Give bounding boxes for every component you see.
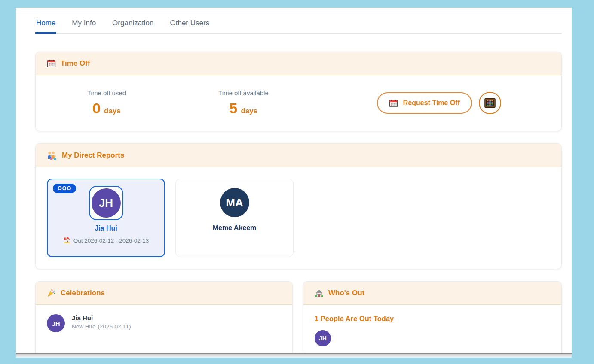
- abacus-icon: [484, 97, 496, 109]
- family-icon: [47, 151, 57, 160]
- direct-reports-header: My Direct Reports: [36, 144, 561, 167]
- report-name: Meme Akeem: [176, 224, 293, 232]
- bottom-row: Celebrations JH Jia Hui New Hire(2026-02…: [35, 281, 562, 353]
- calendar-icon: [47, 59, 56, 68]
- calendar-icon: [389, 99, 398, 108]
- report-name: Jia Hui: [48, 224, 164, 232]
- direct-reports-body: OOO JH Jia Hui: [36, 167, 561, 269]
- celebrations-title: Celebrations: [61, 289, 105, 297]
- whos-out-avatars: JH: [315, 330, 550, 346]
- whos-out-card: Who's Out 1 People Are Out Today JH: [303, 281, 562, 353]
- time-off-used-value: 0days: [87, 100, 126, 117]
- tab-home[interactable]: Home: [35, 17, 56, 34]
- direct-reports-card: My Direct Reports OOO JH Jia Hui: [35, 143, 562, 269]
- time-off-balance-button[interactable]: [479, 92, 501, 114]
- time-off-used-label: Time off used: [87, 89, 126, 97]
- avatar: MA: [220, 188, 249, 217]
- report-card-jia-hui[interactable]: OOO JH Jia Hui: [47, 179, 165, 257]
- tab-my-info[interactable]: My Info: [71, 17, 97, 33]
- whos-out-header: Who's Out: [303, 282, 561, 305]
- whos-out-title: Who's Out: [328, 289, 364, 297]
- party-popper-icon: [47, 288, 56, 297]
- time-off-header: Time Off: [36, 52, 561, 75]
- calendar-icon: [47, 59, 56, 68]
- avatar: JH: [47, 314, 65, 332]
- top-nav-tabs: Home My Info Organization Other Users: [35, 8, 562, 34]
- report-status: Out 2026-02-12 - 2026-02-13: [48, 237, 164, 245]
- whos-out-headline: 1 People Are Out Today: [315, 315, 550, 323]
- time-off-available-stat: Time off available 5days: [218, 89, 269, 117]
- horizontal-scrollbar[interactable]: [16, 353, 572, 358]
- time-off-available-value: 5days: [218, 100, 269, 117]
- avatar-frame: MA: [217, 185, 252, 220]
- whos-out-body: 1 People Are Out Today JH: [303, 305, 561, 353]
- celebrations-header: Celebrations: [36, 282, 292, 305]
- avatar: JH: [92, 188, 121, 218]
- time-off-used-stat: Time off used 0days: [87, 89, 126, 117]
- time-off-actions: Request Time Off: [377, 92, 501, 114]
- time-off-body: Time off used 0days Time off available 5…: [36, 75, 561, 131]
- time-off-available-label: Time off available: [218, 89, 269, 97]
- time-off-card: Time Off Time off used 0days Time off av…: [35, 52, 562, 131]
- calendar-icon: [389, 99, 398, 108]
- avatar[interactable]: JH: [315, 330, 331, 346]
- celebration-item: JH Jia Hui New Hire(2026-02-11): [36, 305, 292, 342]
- tab-other-users[interactable]: Other Users: [169, 17, 211, 33]
- main-content-panel: Home My Info Organization Other Users Ti…: [16, 8, 572, 358]
- abacus-icon: [484, 97, 496, 109]
- time-off-title: Time Off: [61, 59, 90, 68]
- avatar-frame: JH: [89, 186, 123, 220]
- celebration-detail: New Hire(2026-02-11): [72, 323, 131, 330]
- request-time-off-button[interactable]: Request Time Off: [377, 92, 472, 114]
- celebration-text: Jia Hui New Hire(2026-02-11): [72, 314, 131, 330]
- report-card-meme-akeem[interactable]: MA Meme Akeem: [175, 179, 294, 257]
- direct-reports-title: My Direct Reports: [62, 151, 124, 160]
- celebrations-card: Celebrations JH Jia Hui New Hire(2026-02…: [35, 281, 293, 353]
- celebration-name: Jia Hui: [72, 314, 131, 322]
- house-icon: [315, 289, 324, 297]
- beach-umbrella-icon: [63, 237, 70, 245]
- tab-organization[interactable]: Organization: [111, 17, 154, 33]
- ooo-badge: OOO: [53, 184, 76, 193]
